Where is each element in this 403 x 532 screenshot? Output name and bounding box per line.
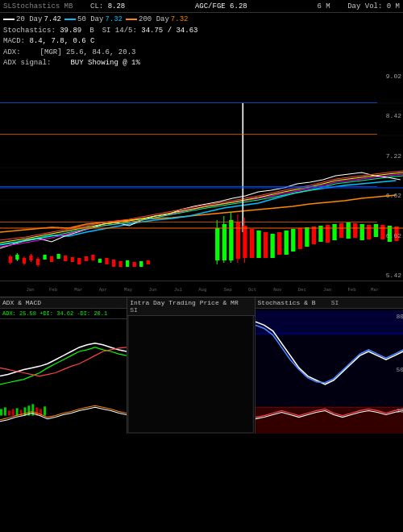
svg-rect-53 [326, 225, 330, 243]
adx-label: ADX: [3, 48, 21, 58]
svg-rect-21 [77, 258, 81, 264]
svg-rect-47 [285, 231, 289, 255]
svg-rect-28 [126, 260, 129, 267]
svg-rect-29 [133, 262, 136, 267]
legend-row-1: 20 Day 7.42 50 Day 7.32 200 Day 7.32 [3, 15, 400, 25]
svg-rect-19 [64, 256, 67, 261]
svg-text:Jul: Jul [174, 287, 183, 293]
adx-macd-values: ADX: 25.58 +DI: 34.62 -DI: 20.1 [0, 309, 127, 319]
stochastics-panel: Stochastics & B SI [256, 297, 403, 434]
h-line-blue-top [0, 102, 377, 103]
legend-row-3: MACD: 8.4, 7.8, 0.6 C [3, 36, 400, 47]
svg-text:Jan: Jan [323, 287, 331, 293]
svg-text:Jun: Jun [148, 287, 156, 293]
si-label: SI 14/5: 34.75 / 34.63 [102, 26, 198, 36]
adx-macd-panel: ADX & MACD ADX: 25.58 +DI: 34.62 -DI: 20… [0, 297, 127, 434]
date-axis-svg: Jan Feb Mar Apr May Jun Jul Aug Sep Oct … [0, 281, 403, 297]
svg-rect-99 [256, 310, 403, 334]
svg-rect-27 [118, 261, 122, 267]
svg-rect-86 [16, 408, 19, 415]
svg-text:Dec: Dec [298, 287, 306, 293]
svg-rect-23 [91, 255, 94, 260]
svg-rect-83 [4, 407, 6, 415]
price-level-5: 6.02 [377, 232, 403, 239]
svg-rect-93 [44, 406, 46, 415]
svg-rect-88 [23, 407, 26, 415]
svg-text:80: 80 [396, 314, 403, 320]
svg-rect-31 [147, 260, 150, 264]
legend-row-2: Stochastics: 39.89 B SI 14/5: 34.75 / 34… [3, 26, 400, 36]
h-line-blue-mid [0, 186, 377, 187]
svg-rect-55 [339, 223, 343, 238]
svg-rect-57 [353, 223, 357, 238]
svg-text:Aug: Aug [198, 287, 206, 293]
svg-rect-56 [346, 222, 350, 239]
price-display: AGC/FGE 6.28 [195, 2, 247, 10]
svg-rect-30 [139, 261, 143, 267]
svg-rect-24 [98, 259, 102, 263]
svg-rect-42 [250, 229, 254, 258]
mgr-label: [MGR] 25.6, 84.6, 20.3 [40, 48, 136, 58]
date-axis: Jan Feb Mar Apr May Jun Jul Aug Sep Oct … [0, 281, 403, 297]
svg-rect-48 [291, 229, 295, 251]
intraday-panel: Intra Day Trading Price & MR SI [127, 297, 255, 434]
day-info: 6 M Day Vol: 0 M [317, 2, 400, 10]
svg-rect-25 [105, 258, 108, 264]
svg-rect-85 [12, 409, 15, 415]
svg-rect-51 [312, 227, 316, 244]
svg-rect-94 [127, 310, 254, 434]
price-level-1: 9.02 [377, 73, 403, 80]
svg-rect-26 [112, 260, 115, 267]
svg-text:Nov: Nov [273, 287, 282, 293]
svg-rect-49 [298, 228, 302, 249]
svg-text:Mar: Mar [74, 287, 82, 293]
svg-rect-84 [8, 410, 10, 415]
svg-text:Oct: Oct [248, 287, 256, 293]
top-bar: SLStochastics MB CL: 8.28 AGC/FGE 6.28 6… [0, 0, 403, 13]
h-line-orange-1 [0, 134, 377, 135]
svg-rect-20 [71, 257, 74, 262]
legend-ma20: 20 Day 7.42 [3, 15, 61, 25]
svg-text:Feb: Feb [347, 287, 356, 293]
legend-ma50: 50 Day 7.32 [64, 15, 123, 25]
svg-text:Feb: Feb [49, 287, 58, 293]
h-line-orange-2 [0, 222, 377, 222]
macd-label: MACD: 8.4, 7.8, 0.6 C [3, 36, 94, 47]
intraday-canvas [127, 310, 254, 434]
svg-text:Sep: Sep [224, 287, 233, 293]
svg-rect-44 [264, 232, 268, 258]
legend-row-5: ADX signal: BUY Showing @ 1% [3, 58, 400, 69]
price-labels: 9.02 8.42 7.22 6.62 6.02 5.42 [377, 71, 403, 281]
buy-label: BUY Showing @ 1% [70, 58, 139, 69]
price-level-3: 7.22 [377, 152, 403, 160]
svg-rect-59 [367, 225, 371, 239]
svg-text:50: 50 [396, 368, 403, 374]
svg-rect-46 [277, 232, 281, 255]
svg-rect-43 [256, 231, 260, 258]
adx-macd-title: ADX & MACD [0, 297, 127, 309]
main-chart: 9.02 8.42 7.22 6.62 6.02 5.42 [0, 71, 403, 281]
svg-rect-58 [360, 224, 364, 240]
intraday-title: Intra Day Trading Price & MR SI [127, 297, 254, 316]
stochastics-canvas: 80 50 20 [256, 310, 403, 434]
svg-text:Apr: Apr [99, 287, 107, 293]
svg-text:Jan: Jan [26, 287, 34, 293]
adx-macd-canvas [0, 310, 127, 434]
stoch-label: Stochastics: 39.89 [3, 26, 81, 36]
legend-ma200: 200 Day 7.32 [126, 15, 188, 25]
svg-rect-50 [305, 227, 309, 247]
stochastics-title: Stochastics & B SI [256, 297, 403, 309]
svg-rect-22 [85, 256, 88, 261]
adx-signal-label: ADX signal: [3, 58, 51, 69]
svg-rect-45 [270, 234, 274, 258]
price-level-2: 8.42 [377, 112, 403, 119]
legend-area: 20 Day 7.42 50 Day 7.32 200 Day 7.32 Sto… [0, 13, 403, 71]
price-level-4: 6.62 [377, 192, 403, 199]
ticker-info: SLStochastics MB CL: 8.28 [3, 2, 125, 10]
svg-rect-18 [57, 254, 60, 259]
svg-text:20: 20 [396, 409, 403, 415]
svg-rect-16 [43, 255, 46, 260]
svg-rect-17 [50, 256, 53, 262]
svg-text:Mar: Mar [371, 287, 379, 293]
svg-text:May: May [124, 287, 133, 293]
